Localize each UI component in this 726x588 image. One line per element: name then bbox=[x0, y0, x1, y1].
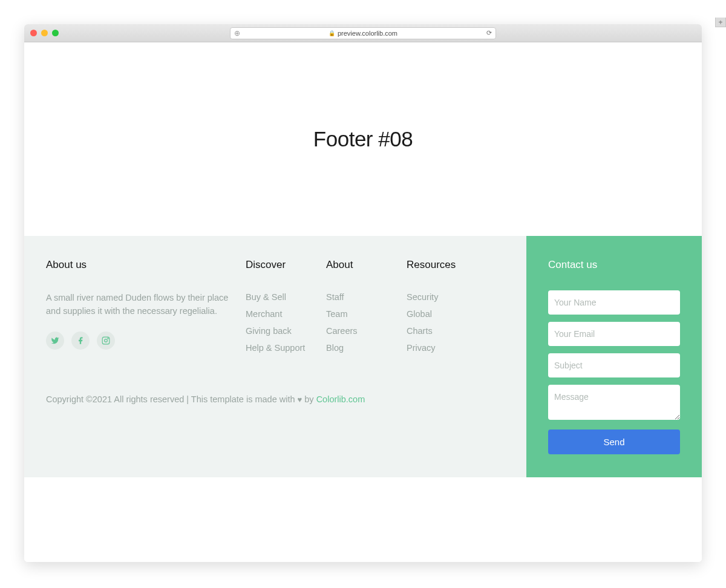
subject-input[interactable] bbox=[548, 353, 680, 377]
link-careers[interactable]: Careers bbox=[326, 326, 358, 336]
url-text: preview.colorlib.com bbox=[338, 30, 397, 37]
footer-left: About us A small river named Duden flows… bbox=[24, 236, 526, 477]
resources-column: Resources Security Global Charts Privacy bbox=[407, 259, 487, 359]
link-merchant[interactable]: Merchant bbox=[246, 309, 282, 319]
link-buy-sell[interactable]: Buy & Sell bbox=[246, 292, 286, 302]
svg-point-2 bbox=[108, 338, 108, 338]
link-charts[interactable]: Charts bbox=[407, 326, 433, 336]
below-fold bbox=[24, 477, 702, 562]
link-security[interactable]: Security bbox=[407, 292, 438, 302]
about-links-heading: About bbox=[326, 259, 407, 271]
social-links bbox=[46, 332, 234, 350]
link-blog[interactable]: Blog bbox=[326, 343, 344, 353]
svg-point-1 bbox=[105, 339, 108, 342]
copyright-prefix: Copyright ©2021 All rights reserved | Th… bbox=[46, 394, 298, 404]
about-column: About us A small river named Duden flows… bbox=[46, 259, 246, 359]
message-input[interactable] bbox=[548, 385, 680, 420]
about-text: A small river named Duden flows by their… bbox=[46, 292, 234, 318]
name-input[interactable] bbox=[548, 290, 680, 315]
copyright-link[interactable]: Colorlib.com bbox=[316, 394, 365, 404]
facebook-icon[interactable] bbox=[71, 332, 90, 350]
footer: About us A small river named Duden flows… bbox=[24, 236, 702, 477]
discover-column: Discover Buy & Sell Merchant Giving back… bbox=[246, 259, 326, 359]
resources-heading: Resources bbox=[407, 259, 487, 271]
copyright-by: by bbox=[302, 394, 316, 404]
title-bar: ⊕ 🔒 preview.colorlib.com ⟳ bbox=[24, 24, 702, 42]
back-icon[interactable]: ⊕ bbox=[234, 29, 240, 38]
link-help-support[interactable]: Help & Support bbox=[246, 343, 305, 353]
about-heading: About us bbox=[46, 259, 234, 271]
instagram-icon[interactable] bbox=[97, 332, 115, 350]
page-title: Footer #08 bbox=[313, 127, 413, 151]
viewport: Footer #08 About us A small river named … bbox=[24, 42, 702, 562]
hero-section: Footer #08 bbox=[24, 42, 702, 236]
link-staff[interactable]: Staff bbox=[326, 292, 344, 302]
discover-heading: Discover bbox=[246, 259, 326, 271]
traffic-lights bbox=[30, 30, 59, 36]
about-links-column: About Staff Team Careers Blog bbox=[326, 259, 407, 359]
email-input[interactable] bbox=[548, 322, 680, 346]
link-global[interactable]: Global bbox=[407, 309, 432, 319]
browser-window: ⊕ 🔒 preview.colorlib.com ⟳ + Footer #08 … bbox=[24, 24, 702, 562]
link-team[interactable]: Team bbox=[326, 309, 347, 319]
contact-heading: Contact us bbox=[548, 259, 680, 271]
contact-panel: Contact us Send bbox=[526, 236, 702, 477]
send-button[interactable]: Send bbox=[548, 430, 680, 454]
copyright: Copyright ©2021 All rights reserved | Th… bbox=[46, 394, 505, 404]
link-giving-back[interactable]: Giving back bbox=[246, 326, 292, 336]
link-privacy[interactable]: Privacy bbox=[407, 343, 436, 353]
footer-columns: About us A small river named Duden flows… bbox=[46, 259, 505, 359]
url-bar[interactable]: ⊕ 🔒 preview.colorlib.com ⟳ bbox=[230, 27, 496, 39]
maximize-window-button[interactable] bbox=[52, 30, 59, 36]
close-window-button[interactable] bbox=[30, 30, 37, 36]
lock-icon: 🔒 bbox=[329, 30, 335, 36]
twitter-icon[interactable] bbox=[46, 332, 64, 350]
minimize-window-button[interactable] bbox=[41, 30, 48, 36]
reload-icon[interactable]: ⟳ bbox=[486, 29, 492, 37]
